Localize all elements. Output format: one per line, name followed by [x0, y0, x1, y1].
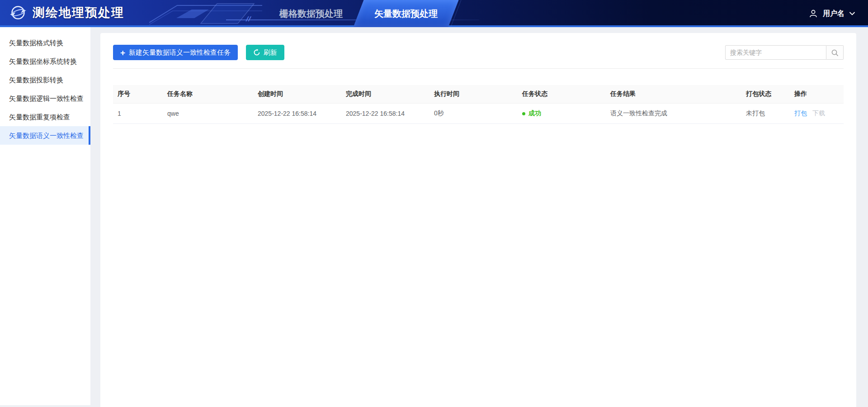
cell-created-at: 2025-12-22 16:58:14 — [253, 104, 341, 124]
sidebar-item-format-conversion[interactable]: 矢量数据格式转换 — [0, 33, 90, 52]
search-icon — [831, 49, 839, 57]
header-slash-decoration: // — [245, 15, 252, 23]
refresh-button[interactable]: 刷新 — [246, 45, 284, 60]
plus-icon: + — [120, 48, 125, 57]
cell-status: 成功 — [518, 104, 606, 124]
tab-raster-preprocessing[interactable]: 栅格数据预处理 — [264, 0, 359, 27]
cell-package-status: 未打包 — [741, 104, 790, 124]
top-tabs: 栅格数据预处理 矢量数据预处理 — [264, 0, 453, 27]
toolbar-divider — [113, 68, 844, 69]
sidebar-item-semantic-consistency-check[interactable]: 矢量数据语义一致性检查 — [0, 126, 90, 145]
sidebar-item-projection-conversion[interactable]: 矢量数据投影转换 — [0, 71, 90, 89]
col-actions: 操作 — [790, 85, 844, 104]
search-button[interactable] — [826, 45, 844, 60]
cell-actions: 打包下载 — [790, 104, 844, 124]
status-text: 成功 — [528, 109, 541, 118]
cell-result: 语义一致性检查完成 — [606, 104, 741, 124]
sidebar-item-duplicate-check[interactable]: 矢量数据重复项检查 — [0, 108, 90, 126]
search-box — [725, 45, 844, 60]
col-created-at: 创建时间 — [253, 85, 341, 104]
user-menu[interactable]: 用户名 — [808, 0, 855, 27]
col-package-status: 打包状态 — [741, 85, 790, 104]
search-input[interactable] — [725, 45, 826, 60]
app-title: 测绘地理预处理 — [33, 5, 124, 21]
sidebar: 矢量数据格式转换 矢量数据坐标系统转换 矢量数据投影转换 矢量数据逻辑一致性检查… — [0, 27, 90, 405]
cell-index: 1 — [113, 104, 163, 124]
app-logo-icon — [9, 4, 27, 22]
col-result: 任务结果 — [606, 85, 741, 104]
col-status: 任务状态 — [518, 85, 606, 104]
create-task-button[interactable]: + 新建矢量数据语义一致性检查任务 — [113, 45, 238, 60]
task-table: 序号 任务名称 创建时间 完成时间 执行时间 任务状态 任务结果 打包状态 操作 — [113, 85, 844, 124]
logo-area: 测绘地理预处理 — [0, 4, 124, 22]
package-link[interactable]: 打包 — [794, 109, 807, 117]
toolbar: + 新建矢量数据语义一致性检查任务 刷新 — [113, 45, 844, 60]
cell-task-name: qwe — [163, 104, 253, 124]
header-circuit-decoration — [149, 0, 262, 27]
tab-vector-preprocessing[interactable]: 矢量数据预处理 — [359, 0, 453, 27]
col-completed-at: 完成时间 — [341, 85, 429, 104]
user-icon — [808, 9, 818, 19]
chevron-down-icon — [849, 11, 855, 16]
content-panel: + 新建矢量数据语义一致性检查任务 刷新 — [100, 33, 856, 407]
refresh-icon — [253, 49, 260, 56]
cell-completed-at: 2025-12-22 16:58:14 — [341, 104, 429, 124]
download-link: 下载 — [812, 109, 825, 117]
table-header-row: 序号 任务名称 创建时间 完成时间 执行时间 任务状态 任务结果 打包状态 操作 — [113, 85, 844, 104]
col-duration: 执行时间 — [429, 85, 518, 104]
col-task-name: 任务名称 — [163, 85, 253, 104]
user-name: 用户名 — [823, 9, 844, 19]
cell-duration: 0秒 — [429, 104, 518, 124]
status-success-dot-icon — [522, 112, 525, 115]
table-row: 1 qwe 2025-12-22 16:58:14 2025-12-22 16:… — [113, 104, 844, 124]
col-index: 序号 — [113, 85, 163, 104]
sidebar-item-coordinate-conversion[interactable]: 矢量数据坐标系统转换 — [0, 52, 90, 71]
sidebar-item-logical-consistency-check[interactable]: 矢量数据逻辑一致性检查 — [0, 89, 90, 108]
task-table-wrap: 序号 任务名称 创建时间 完成时间 执行时间 任务状态 任务结果 打包状态 操作 — [113, 85, 844, 124]
app-header: 测绘地理预处理 // 栅格数据预处理 矢量数据预处理 用户名 — [0, 0, 868, 27]
main-area: + 新建矢量数据语义一致性检查任务 刷新 — [90, 27, 868, 405]
